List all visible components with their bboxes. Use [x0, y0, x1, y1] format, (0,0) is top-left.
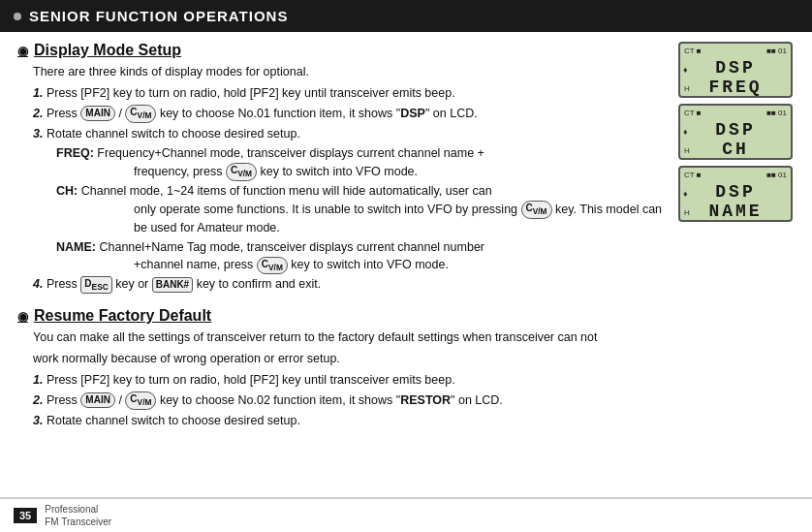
header-title: SENIOR FUNCTION OPERATIONS: [29, 8, 288, 24]
section1-step3: 3. Rotate channel switch to choose desir…: [33, 125, 669, 143]
lcd-name-line1: DSP: [708, 182, 762, 202]
sub-item-freq: FREQ: Frequency+Channel mode, transceive…: [56, 144, 669, 181]
lcd-freq-topbar: CT ■ ■■ 01: [684, 47, 787, 55]
header-dot: [14, 13, 21, 20]
lcd-ch-line2: CH: [715, 140, 755, 159]
main-content: ◉ Display Mode Setup There are three kin…: [0, 32, 812, 441]
step4-text-mid: key or: [115, 277, 152, 291]
section1-step4: 4. Press DESC key or BANK# key to confir…: [33, 275, 669, 294]
section1-title: ◉ Display Mode Setup: [17, 42, 669, 59]
sub-freq-text: Frequency+Channel mode, transceiver disp…: [97, 146, 484, 160]
lcd-panel-name: CT ■ ■■ 01 ♦ DSP NAME H: [678, 166, 793, 222]
section1-title-text: Display Mode Setup: [34, 42, 181, 59]
sub-name-cont: +channel name, press CV/M key to switch …: [134, 256, 669, 274]
lcd-ch-indicator: ♦: [683, 127, 688, 137]
s2-main-key: MAIN: [80, 392, 115, 408]
page-header: SENIOR FUNCTION OPERATIONS: [0, 0, 812, 32]
step2-num: 2.: [33, 107, 43, 120]
step3-text: Rotate channel switch to choose desired …: [47, 127, 300, 141]
cm-key: CV/M: [125, 105, 156, 123]
lcd-ch-line1: DSP: [715, 120, 755, 140]
lcd-freq-bottomleft: H: [684, 84, 690, 93]
text-area: ◉ Display Mode Setup There are three kin…: [17, 42, 669, 431]
footer-line1: Professional: [45, 503, 111, 516]
s2-step2-text-after: key to choose No.02 function item, it sh…: [160, 393, 503, 407]
s2-step1-num: 1.: [33, 373, 43, 387]
sub-ch-cont: only operate some functions. It is unabl…: [134, 201, 669, 237]
s2-step3-num: 3.: [33, 414, 43, 427]
vfo-key-ch: CV/M: [521, 201, 552, 219]
lcd-name-line2: NAME: [708, 202, 762, 221]
lcd-panels: CT ■ ■■ 01 ♦ DSP FREQ H CT ■ ■■ 01 ♦ DSP…: [678, 42, 795, 431]
lcd-panel-ch: CT ■ ■■ 01 ♦ DSP CH H: [678, 104, 793, 160]
section-resume-factory: ◉ Resume Factory Default You can make al…: [17, 307, 669, 429]
section2-step2: 2. Press MAIN / CV/M key to choose No.02…: [33, 391, 669, 410]
vfo-key-name: CV/M: [257, 257, 288, 275]
s2-step2-num: 2.: [33, 393, 43, 407]
bank-key: BANK#: [152, 277, 193, 293]
section2-desc2: work normally because of wrong operation…: [33, 350, 669, 368]
lcd-name-text: DSP NAME: [708, 176, 762, 221]
lcd-name-topright: ■■ 01: [766, 171, 787, 179]
sub-item-name: NAME: Channel+Name Tag mode, transceiver…: [56, 238, 669, 275]
section2-title-text: Resume Factory Default: [34, 307, 211, 325]
lcd-freq-indicator: ♦: [683, 65, 688, 75]
vfo-key-freq: CV/M: [226, 163, 257, 181]
step1-text: Press [PF2] key to turn on radio, hold […: [47, 86, 455, 100]
sub-freq-label: FREQ:: [56, 146, 97, 160]
lcd-ch-topleft: CT ■: [684, 109, 702, 117]
section1-description: There are three kinds of display modes f…: [33, 63, 669, 81]
lcd-freq-line1: DSP: [708, 58, 762, 78]
footer-page-number: 35: [14, 508, 37, 523]
step4-text-end: key to confirm and exit.: [197, 277, 322, 291]
sub-ch-text: Channel mode, 1~24 items of function men…: [81, 184, 492, 198]
footer-line2: FM Transceiver: [45, 516, 111, 528]
lcd-freq-topright: ■■ 01: [766, 47, 787, 55]
lcd-panel-freq: CT ■ ■■ 01 ♦ DSP FREQ H: [678, 42, 793, 98]
step1-num: 1.: [33, 86, 43, 100]
step4-text-before: Press: [47, 277, 80, 291]
section2-steps: 1. Press [PF2] key to turn on radio, hol…: [33, 371, 669, 430]
step2-text-before: Press: [47, 107, 80, 120]
step3-num: 3.: [33, 127, 43, 141]
lcd-freq-line2: FREQ: [708, 78, 762, 97]
lcd-name-bottomleft: H: [684, 208, 690, 217]
section2-title: ◉ Resume Factory Default: [17, 307, 669, 325]
lcd-name-topleft: CT ■: [684, 171, 702, 179]
page-footer: 35 Professional FM Transceiver: [0, 497, 812, 532]
main-key: MAIN: [80, 106, 115, 121]
sub-name-text: Channel+Name Tag mode, transceiver displ…: [99, 240, 484, 254]
s2-step2-text-before: Press: [47, 393, 80, 407]
lcd-ch-topright: ■■ 01: [766, 109, 787, 117]
lcd-name-indicator: ♦: [683, 189, 688, 199]
lcd-ch-topbar: CT ■ ■■ 01: [684, 109, 787, 117]
sub-item-ch: CH: Channel mode, 1~24 items of function…: [56, 182, 669, 237]
footer-text: Professional FM Transceiver: [45, 503, 111, 528]
step2-slash: /: [118, 107, 125, 120]
s2-step2-slash: /: [118, 393, 125, 407]
lcd-freq-text: DSP FREQ: [708, 52, 762, 97]
sub-name-label: NAME:: [56, 240, 99, 254]
desc-key: DESC: [80, 276, 111, 295]
step4-num: 4.: [33, 277, 43, 291]
section2-step1: 1. Press [PF2] key to turn on radio, hol…: [33, 371, 669, 390]
s2-step3-text: Rotate channel switch to choose desired …: [47, 414, 300, 427]
lcd-ch-bottomleft: H: [684, 146, 690, 155]
section1-step2: 2. Press MAIN / CV/M key to choose No.01…: [33, 105, 669, 123]
s2-cm-key: CV/M: [125, 391, 156, 410]
step2-text-after: key to choose No.01 function item, it sh…: [160, 107, 478, 120]
section1-step1: 1. Press [PF2] key to turn on radio, hol…: [33, 84, 669, 103]
section-display-mode: ◉ Display Mode Setup There are three kin…: [17, 42, 669, 294]
section-gap: [17, 296, 669, 307]
section1-steps: 1. Press [PF2] key to turn on radio, hol…: [33, 84, 669, 143]
signal-icon-1: ◉: [17, 44, 28, 58]
signal-icon-2: ◉: [17, 309, 28, 324]
s2-step1-text: Press [PF2] key to turn on radio, hold […: [47, 373, 455, 387]
lcd-freq-topleft: CT ■: [684, 47, 702, 55]
sub-ch-label: CH:: [56, 184, 81, 198]
section2-step3: 3. Rotate channel switch to choose desir…: [33, 412, 669, 430]
lcd-name-topbar: CT ■ ■■ 01: [684, 171, 787, 179]
section2-desc1: You can make all the settings of transce…: [33, 329, 669, 347]
sub-freq-cont: frequency, press CV/M key to switch into…: [134, 163, 669, 181]
lcd-ch-text: DSP CH: [715, 114, 755, 159]
